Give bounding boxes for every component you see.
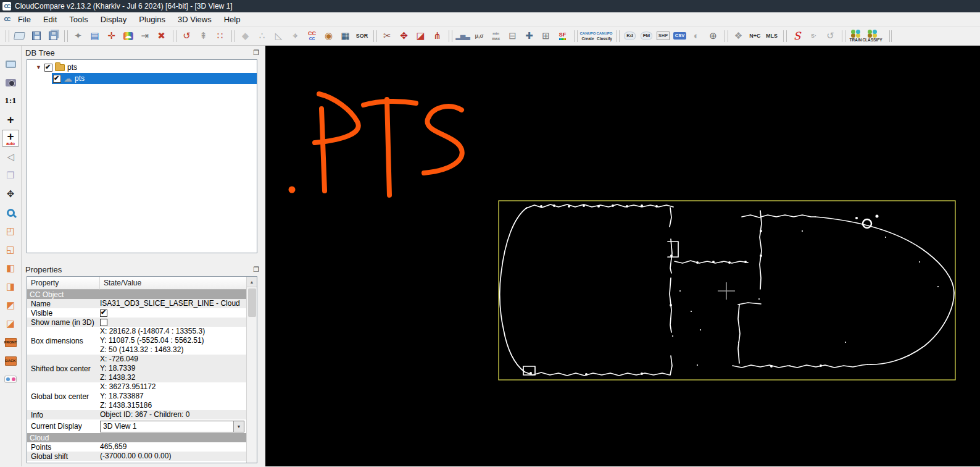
point-picking-icon[interactable]: ✛ [103,28,120,44]
scrollbar[interactable]: ▲ [246,277,257,463]
menu-item[interactable]: Help [218,14,246,25]
view-toolbar: 1:1 + + auto ◁ ❒ ✥ ◰ [0,46,22,466]
pick-rotation-center-icon[interactable]: + [2,111,19,128]
cross-section-icon[interactable]: ◪ [412,28,429,44]
convex-hull-icon[interactable]: ◆ [237,28,254,44]
fm-icon[interactable]: FM [638,28,655,44]
view-back-iso-icon[interactable]: BACK [2,352,19,369]
sor-filter-icon[interactable]: SOR [354,28,370,44]
curve-fit-icon[interactable]: S [789,28,805,44]
column-header-value[interactable]: State/Value [100,277,246,290]
shp-file-icon[interactable]: SHP [655,28,671,44]
primitive-factory-icon[interactable]: ◉ [320,28,337,44]
db-tree-title: DB Tree [25,48,55,57]
property-row: Box dimensions X: 28162.8 (-14807.4 : 13… [27,327,246,355]
pan-mode-icon[interactable]: ✥ [2,185,19,203]
plugins-icon[interactable]: ❖ [730,28,747,44]
zoom-mode-icon[interactable] [2,204,19,221]
view-right-icon[interactable]: ◪ [2,315,19,332]
unroll-icon[interactable]: ↺ [822,28,839,44]
segment-icon[interactable]: ✂ [379,28,396,44]
title-bar: CC CloudCompare v2.13.2 (Kharkiv - Jul 6… [0,0,980,12]
csv-file-icon[interactable]: CSV [671,28,688,44]
view-front-iso-icon[interactable]: FRONT [2,334,19,351]
view-front-icon[interactable]: ◧ [2,259,19,277]
level-icon[interactable]: ⋔ [429,28,446,44]
canupo-create-icon[interactable]: CANUPO Create [579,28,596,44]
selected-row[interactable]: ☁ pts [52,73,257,84]
db-tree[interactable]: ▼ pts ☁ pts [27,59,257,253]
globe-icon[interactable]: ⊕ [705,28,721,44]
viewport-3d[interactable] [265,46,980,466]
menu-item[interactable]: Plugins [133,14,171,25]
column-header-property[interactable]: Property [27,277,100,290]
menu-item[interactable]: File [12,14,36,25]
clone-icon[interactable]: ☁ [120,28,136,44]
chunk-icon[interactable]: ▦ [337,28,354,44]
dropdown-arrow-icon[interactable]: ▼ [233,421,244,432]
checkbox[interactable] [100,309,107,317]
zoom-1-1-icon[interactable]: 1:1 [2,93,19,110]
property-name: Name [27,300,100,308]
viewport-svg[interactable] [265,46,980,466]
masc-classify-icon[interactable]: CLASSIFY [864,28,881,44]
menu-item[interactable]: Tools [64,14,93,25]
display-options-icon[interactable] [2,56,19,73]
canupo-classify-icon[interactable]: CANUPO Classify [596,28,613,44]
view-left-icon[interactable]: ◩ [2,297,19,314]
view-back-icon[interactable]: ◨ [2,278,19,295]
sf-arithmetic-icon[interactable]: ⊞ [538,28,554,44]
tree-item-cloud[interactable]: ☁ pts [27,73,257,84]
screenshot-icon[interactable] [2,74,19,91]
undock-icon[interactable]: ❐ [253,49,259,57]
delete-scalar-field-icon[interactable]: ⊟ [504,28,521,44]
scroll-up-icon[interactable]: ▲ [247,277,257,287]
translate-rotate-icon[interactable]: ✥ [396,28,412,44]
bubble-view-icon[interactable]: ❒ [2,167,19,184]
menu-item[interactable]: 3D Views [172,14,217,25]
rotate-view-icon[interactable]: ◁ [2,148,19,166]
visibility-checkbox[interactable] [44,64,52,72]
view-bottom-icon[interactable]: ◱ [2,241,19,258]
expander-icon[interactable]: ▼ [36,64,42,70]
console-list-icon[interactable]: ▤ [86,28,103,44]
histogram-icon[interactable]: ▂▅▃ [454,28,471,44]
tree-item-group[interactable]: ▼ pts [27,62,257,73]
menu-item[interactable]: Display [95,14,133,25]
scroll-thumb[interactable] [248,288,256,317]
point-pair-align-icon[interactable]: ⌖ [287,28,304,44]
register-icon[interactable]: ↺ [178,28,195,44]
view-top-icon[interactable]: ◰ [2,222,19,240]
add-icon[interactable]: ✚ [521,28,538,44]
filter-by-value-icon[interactable]: min max [488,28,504,44]
masc-train-icon[interactable]: TRAIN [847,28,864,44]
dip-sphere-icon[interactable]: ◐ [688,28,705,44]
cloud-cloud-distance-icon[interactable]: CC CC [304,28,320,44]
fit-distribution-icon[interactable]: μ,σ [471,28,488,44]
checkbox[interactable] [100,319,107,326]
apply-transformation-icon[interactable]: ⇥ [136,28,153,44]
point-cloud-wall [742,215,815,217]
mls-icon[interactable]: MLS [763,28,780,44]
menu-item[interactable]: Edit [38,14,62,25]
subsample-icon[interactable]: ∷ [212,28,228,44]
property-value: X: -726.049 Y: 18.7339 Z: 1438.32 X: -72… [100,355,246,382]
mesh-sampling-icon[interactable]: ◺ [270,28,287,44]
property-row: Show name (in 3D) ▼ [27,318,246,327]
auto-pick-center-icon[interactable]: + auto [2,130,19,147]
normals-curvature-icon[interactable]: N+C [747,28,763,44]
stereo-mode-icon[interactable] [2,371,19,388]
visibility-checkbox[interactable] [53,75,61,83]
save-all-icon[interactable] [44,28,61,44]
kd-tree-icon[interactable]: Kd [621,28,638,44]
sample-points-icon[interactable]: ∴ [254,28,270,44]
undock-icon[interactable]: ❐ [253,266,259,274]
delete-icon[interactable]: ✖ [153,28,170,44]
compute-normals-icon[interactable]: ⇞ [195,28,212,44]
curve-points-icon[interactable]: S· [805,28,822,44]
pivot-visibility-icon[interactable]: ✦ [70,28,86,44]
sf-color-scale-icon[interactable]: SF [554,28,571,44]
current-display-dropdown[interactable]: 3D View 1 ▼ [100,421,244,432]
open-icon[interactable] [11,28,28,44]
save-icon[interactable] [28,28,44,44]
